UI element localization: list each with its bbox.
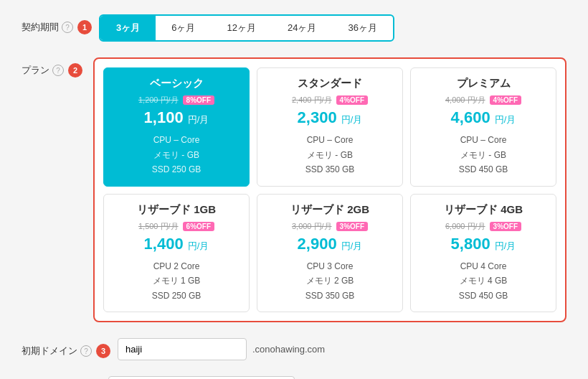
- spec-cpu-reserved1: CPU 2 Core: [113, 259, 240, 273]
- price-row-reserved1: 1,500 円/月 6%OFF: [113, 221, 240, 232]
- plan-card-reserved4[interactable]: リザーブド 4GB 6,000 円/月 3%OFF 5,800 円/月 CPU …: [410, 194, 556, 313]
- original-price-reserved1: 1,500 円/月: [138, 221, 179, 232]
- plan-label: プラン ? 2: [22, 63, 86, 78]
- period-section: 契約期間 ? 1 3ヶ月 6ヶ月 12ヶ月 24ヶ月 36ヶ月: [22, 14, 566, 42]
- original-price-premium: 4,000 円/月: [445, 95, 485, 106]
- spec-mem-reserved4: メモリ 4 GB: [419, 273, 547, 288]
- plan-number: 2: [68, 63, 82, 78]
- plan-grid-wrapper: ベーシック 1,200 円/月 8%OFF 1,100 円/月 CPU – Co…: [93, 57, 566, 322]
- unit-reserved1: 円/月: [188, 240, 209, 251]
- spec-ssd-premium: SSD 450 GB: [419, 162, 547, 177]
- current-price-basic: 1,100 円/月: [113, 108, 240, 127]
- plan-label-text: プラン: [22, 64, 49, 77]
- unit-reserved2: 円/月: [341, 240, 363, 251]
- unit-basic: 円/月: [188, 114, 209, 125]
- plan-section: プラン ? 2 ベーシック 1,200 円/月 8%OFF 1,100 円/月 …: [22, 57, 566, 322]
- plan-card-basic[interactable]: ベーシック 1,200 円/月 8%OFF 1,100 円/月 CPU – Co…: [103, 67, 250, 187]
- plan-help-icon[interactable]: ?: [52, 65, 64, 76]
- period-number: 1: [77, 20, 92, 34]
- spec-cpu-premium: CPU – Core: [419, 133, 547, 147]
- period-btn-24m[interactable]: 24ヶ月: [272, 16, 332, 40]
- price-row-premium: 4,000 円/月 4%OFF: [419, 95, 547, 106]
- spec-mem-basic: メモリ - GB: [113, 148, 240, 162]
- period-btn-36m[interactable]: 36ヶ月: [332, 16, 392, 40]
- server-name-input[interactable]: [108, 376, 295, 379]
- original-price-reserved2: 3,000 円/月: [292, 221, 332, 232]
- period-btn-6m[interactable]: 6ヶ月: [156, 16, 211, 40]
- discount-badge-premium: 4%OFF: [490, 95, 521, 105]
- discount-badge-basic: 8%OFF: [183, 95, 214, 105]
- specs-basic: CPU – Core メモリ - GB SSD 250 GB: [113, 133, 240, 177]
- domain-section: 初期ドメイン ? 3 .conohawing.com: [22, 338, 566, 360]
- price-row-reserved4: 6,000 円/月 3%OFF: [419, 221, 547, 232]
- plan-name-reserved2: リザーブド 2GB: [266, 203, 394, 217]
- spec-mem-standard: メモリ - GB: [266, 148, 394, 162]
- spec-ssd-reserved4: SSD 450 GB: [419, 289, 547, 303]
- spec-ssd-reserved2: SSD 350 GB: [266, 289, 394, 303]
- spec-mem-reserved2: メモリ 2 GB: [266, 273, 394, 288]
- specs-standard: CPU – Core メモリ - GB SSD 350 GB: [266, 133, 394, 177]
- current-price-premium: 4,600 円/月: [419, 108, 547, 127]
- discount-badge-reserved1: 6%OFF: [183, 222, 214, 231]
- domain-label: 初期ドメイン ? 3: [22, 344, 110, 358]
- period-label: 契約期間 ? 1: [22, 20, 92, 34]
- original-price-standard: 2,400 円/月: [292, 95, 332, 106]
- specs-reserved2: CPU 3 Core メモリ 2 GB SSD 350 GB: [266, 259, 394, 303]
- price-row-reserved2: 3,000 円/月 3%OFF: [266, 221, 394, 232]
- current-price-standard: 2,300 円/月: [266, 108, 394, 127]
- period-label-text: 契約期間: [22, 21, 59, 34]
- spec-ssd-basic: SSD 250 GB: [113, 162, 240, 177]
- original-price-basic: 1,200 円/月: [138, 95, 179, 106]
- domain-input[interactable]: [118, 338, 247, 360]
- domain-input-row: .conohawing.com: [118, 338, 325, 360]
- plan-card-reserved1[interactable]: リザーブド 1GB 1,500 円/月 6%OFF 1,400 円/月 CPU …: [103, 194, 250, 313]
- spec-cpu-reserved4: CPU 4 Core: [419, 259, 547, 273]
- plan-name-reserved1: リザーブド 1GB: [113, 203, 240, 217]
- plan-name-standard: スタンダード: [266, 77, 394, 90]
- spec-cpu-basic: CPU – Core: [113, 133, 240, 147]
- specs-reserved1: CPU 2 Core メモリ 1 GB SSD 250 GB: [113, 259, 240, 303]
- plan-name-basic: ベーシック: [113, 77, 240, 90]
- discount-badge-standard: 4%OFF: [336, 95, 368, 105]
- plan-name-reserved4: リザーブド 4GB: [419, 203, 547, 217]
- period-help-icon[interactable]: ?: [62, 22, 73, 33]
- period-btn-3m[interactable]: 3ヶ月: [100, 16, 156, 40]
- domain-number: 3: [96, 344, 110, 358]
- specs-reserved4: CPU 4 Core メモリ 4 GB SSD 450 GB: [419, 259, 547, 303]
- domain-label-text: 初期ドメイン: [22, 345, 77, 357]
- plan-card-standard[interactable]: スタンダード 2,400 円/月 4%OFF 2,300 円/月 CPU – C…: [257, 67, 403, 187]
- current-price-reserved4: 5,800 円/月: [419, 235, 547, 253]
- plan-card-premium[interactable]: プレミアム 4,000 円/月 4%OFF 4,600 円/月 CPU – Co…: [410, 67, 556, 187]
- plan-name-premium: プレミアム: [419, 77, 547, 90]
- unit-standard: 円/月: [341, 114, 363, 125]
- price-row-standard: 2,400 円/月 4%OFF: [266, 95, 394, 106]
- period-selector: 3ヶ月 6ヶ月 12ヶ月 24ヶ月 36ヶ月: [99, 14, 394, 42]
- current-price-reserved2: 2,900 円/月: [266, 235, 394, 253]
- plan-grid: ベーシック 1,200 円/月 8%OFF 1,100 円/月 CPU – Co…: [103, 67, 556, 312]
- spec-mem-reserved1: メモリ 1 GB: [113, 273, 240, 288]
- discount-badge-reserved4: 3%OFF: [490, 222, 521, 231]
- spec-mem-premium: メモリ - GB: [419, 148, 547, 162]
- unit-premium: 円/月: [495, 114, 516, 125]
- unit-reserved4: 円/月: [495, 240, 516, 251]
- server-name-input-wrapper: [108, 376, 295, 379]
- spec-ssd-reserved1: SSD 250 GB: [113, 289, 240, 303]
- spec-cpu-reserved2: CPU 3 Core: [266, 259, 394, 273]
- domain-help-icon[interactable]: ?: [80, 345, 92, 357]
- discount-badge-reserved2: 3%OFF: [336, 222, 368, 231]
- plan-card-reserved2[interactable]: リザーブド 2GB 3,000 円/月 3%OFF 2,900 円/月 CPU …: [257, 194, 403, 313]
- specs-premium: CPU – Core メモリ - GB SSD 450 GB: [419, 133, 547, 177]
- server-name-section: サーバー名 ? 4: [22, 376, 566, 379]
- price-row-basic: 1,200 円/月 8%OFF: [113, 95, 240, 106]
- original-price-reserved4: 6,000 円/月: [445, 221, 485, 232]
- domain-suffix: .conohawing.com: [252, 344, 325, 355]
- current-price-reserved1: 1,400 円/月: [113, 235, 240, 253]
- period-btn-12m[interactable]: 12ヶ月: [211, 16, 271, 40]
- spec-cpu-standard: CPU – Core: [266, 133, 394, 147]
- spec-ssd-standard: SSD 350 GB: [266, 162, 394, 177]
